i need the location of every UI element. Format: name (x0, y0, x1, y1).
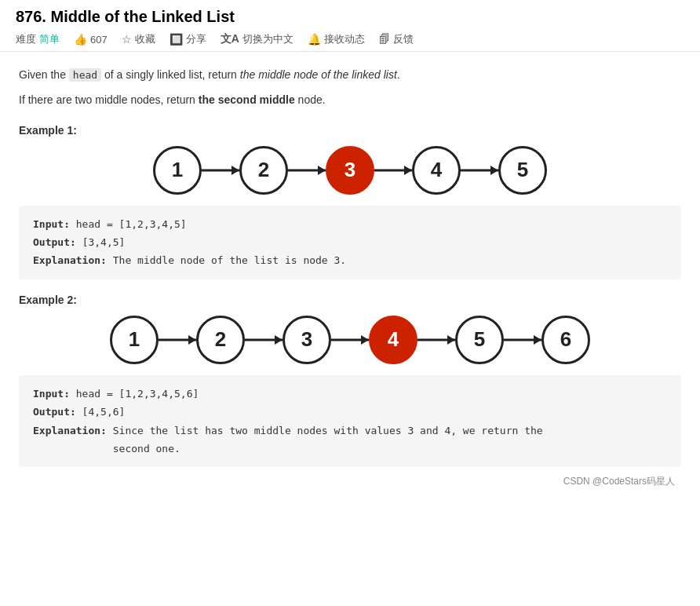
example2-box: Input: head = [1,2,3,4,5,6] Output: [4,5… (19, 375, 681, 468)
desc-line2: If there are two middle nodes, return th… (19, 91, 681, 110)
node-3: 3 (283, 316, 331, 364)
node-2: 2 (196, 316, 245, 364)
node-1: 1 (110, 316, 159, 364)
collect-button[interactable]: ☆ 收藏 (122, 32, 155, 46)
example2-output: Output: [4,5,6] (33, 403, 667, 421)
example1-section: Example 1: 12345 Input: head = [1,2,3,4,… (19, 124, 681, 279)
example1-diagram: 12345 (19, 146, 681, 195)
like-button[interactable]: 👍 607 (74, 33, 108, 46)
star-icon: ☆ (122, 33, 132, 46)
example1-output-val: [3,4,5] (82, 236, 126, 248)
difficulty-value: 简单 (39, 32, 60, 46)
example1-output: Output: [3,4,5] (33, 233, 667, 251)
app: 876. Middle of the Linked List 难度 简单 👍 6… (0, 0, 700, 606)
notify-button[interactable]: 🔔 接收动态 (308, 32, 365, 46)
example1-input: Input: head = [1,2,3,4,5] (33, 215, 667, 233)
example2-output-val: [4,5,6] (76, 406, 126, 418)
translate-button[interactable]: 文A 切换为中文 (221, 32, 293, 46)
difficulty-item: 难度 简单 (16, 32, 60, 46)
desc-line1: Given the head of a singly linked list, … (19, 66, 681, 85)
example1-box: Input: head = [1,2,3,4,5] Output: [3,4,5… (19, 206, 681, 279)
share-button[interactable]: 🔲 分享 (170, 32, 206, 46)
node-1: 1 (153, 146, 202, 195)
example2-input: Input: head = [1,2,3,4,5,6] (33, 385, 667, 403)
example2-section: Example 2: 123456 Input: head = [1,2,3,4… (19, 294, 681, 468)
collect-label: 收藏 (135, 32, 155, 46)
example1-input-val: head = [1,2,3,4,5] (76, 218, 187, 230)
bell-icon: 🔔 (308, 33, 321, 46)
translate-icon: 文A (221, 32, 239, 46)
node-4: 4 (369, 316, 417, 364)
example2-explanation-cont: second one. (33, 443, 180, 454)
problem-description: Given the head of a singly linked list, … (19, 66, 681, 110)
toolbar: 难度 简单 👍 607 ☆ 收藏 🔲 分享 文A 切换为中文 🔔 接收动态 (16, 32, 684, 46)
content: Given the head of a singly linked list, … (0, 52, 700, 509)
example2-explanation: Explanation: Since the list has two midd… (33, 422, 667, 458)
like-icon: 👍 (74, 33, 87, 46)
example1-explanation-val: The middle node of the list is node 3. (113, 254, 346, 266)
header: 876. Middle of the Linked List 难度 简单 👍 6… (0, 0, 700, 52)
feedback-button[interactable]: 🗐 反馈 (379, 32, 414, 46)
share-label: 分享 (186, 32, 206, 46)
page-title: 876. Middle of the Linked List (16, 8, 684, 26)
example1-title: Example 1: (19, 124, 681, 137)
node-3: 3 (326, 146, 374, 195)
example2-title: Example 2: (19, 294, 681, 306)
head-code: head (69, 68, 101, 82)
feedback-label: 反馈 (393, 32, 414, 46)
desc-bold: the second middle (199, 93, 295, 106)
translate-label: 切换为中文 (242, 32, 293, 46)
desc-italic: the middle node of the linked list (240, 68, 397, 81)
node-5: 5 (455, 316, 504, 364)
example2-input-val: head = [1,2,3,4,5,6] (70, 388, 199, 400)
example2-explanation-val: Since the list has two middle nodes with… (107, 425, 543, 436)
difficulty-label: 难度 (16, 32, 36, 46)
notify-label: 接收动态 (324, 32, 365, 46)
feedback-icon: 🗐 (379, 33, 390, 46)
share-icon: 🔲 (170, 33, 183, 46)
node-5: 5 (498, 146, 547, 195)
watermark: CSDN @CodeStars码星人 (19, 475, 675, 493)
node-6: 6 (541, 316, 590, 364)
like-count: 607 (90, 34, 108, 46)
example1-explanation: Explanation: The middle node of the list… (33, 251, 667, 269)
node-4: 4 (412, 146, 461, 195)
example2-diagram: 123456 (19, 316, 681, 364)
node-2: 2 (239, 146, 288, 195)
